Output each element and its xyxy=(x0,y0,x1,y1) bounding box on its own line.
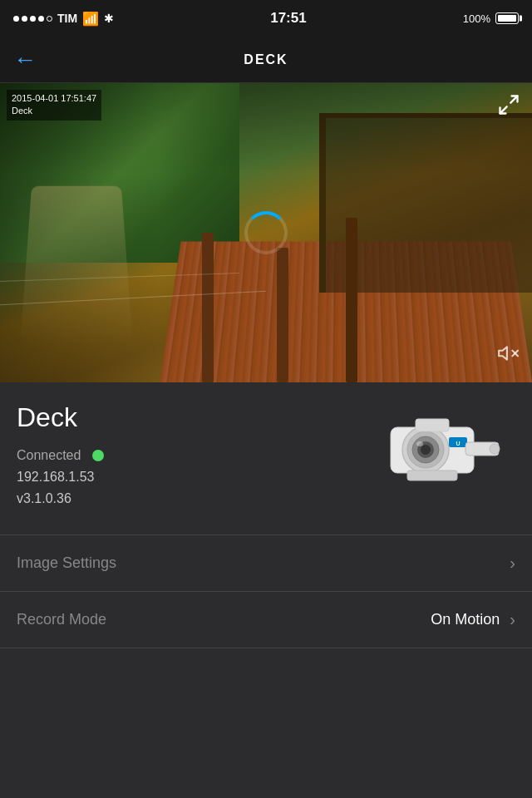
camera-details-left: Deck Connected 192.168.1.53 v3.1.0.36 xyxy=(17,402,366,513)
timestamp-overlay: 2015-04-01 17:51:47 Deck xyxy=(7,90,101,121)
status-left: TIM 📶 ✱ xyxy=(13,11,114,27)
record-mode-right: On Motion › xyxy=(431,610,515,629)
divider-3 xyxy=(0,648,532,648)
wifi-icon: 📶 xyxy=(82,11,99,27)
svg-rect-15 xyxy=(416,419,449,431)
image-settings-label: Image Settings xyxy=(17,554,116,572)
ip-address: 192.168.1.53 xyxy=(17,470,94,485)
record-mode-value: On Motion xyxy=(431,611,500,628)
post-3 xyxy=(346,218,357,382)
signal-dot-1 xyxy=(13,16,19,22)
nav-title: DECK xyxy=(244,52,288,67)
svg-point-14 xyxy=(490,444,500,454)
garden-path xyxy=(20,186,132,344)
spinner-circle xyxy=(244,211,288,254)
post-2 xyxy=(277,248,288,382)
timestamp-text: 2015-04-01 17:51:47 xyxy=(12,92,96,105)
signal-dot-5 xyxy=(47,16,52,22)
signal-dots xyxy=(13,16,52,22)
loading-spinner xyxy=(244,211,288,254)
carrier-label: TIM xyxy=(57,12,77,25)
battery-fill xyxy=(498,15,516,22)
status-right: 100% xyxy=(463,12,519,25)
bluetooth-icon: ✱ xyxy=(104,12,114,25)
connected-indicator xyxy=(92,450,104,461)
battery-icon xyxy=(495,12,519,24)
back-button[interactable]: ← xyxy=(13,48,37,71)
nav-bar: ← DECK xyxy=(0,37,532,83)
svg-line-0 xyxy=(510,96,517,103)
camera-name: Deck xyxy=(17,402,366,433)
camera-info-block: Deck Connected 192.168.1.53 v3.1.0.36 xyxy=(17,402,515,521)
signal-dot-3 xyxy=(30,16,36,22)
svg-rect-16 xyxy=(407,470,457,480)
svg-point-17 xyxy=(416,441,423,446)
camera-feed[interactable]: 2015-04-01 17:51:47 Deck xyxy=(0,83,532,382)
battery-body xyxy=(495,12,519,24)
record-mode-row[interactable]: Record Mode On Motion › xyxy=(0,592,532,648)
firmware-version: v3.1.0.36 xyxy=(17,491,71,506)
mute-button[interactable] xyxy=(497,342,519,369)
image-settings-right: › xyxy=(510,554,515,573)
info-section: Deck Connected 192.168.1.53 v3.1.0.36 xyxy=(0,382,532,534)
camera-svg: U xyxy=(366,402,507,494)
camera-graphic: U xyxy=(366,402,507,497)
status-label: Connected xyxy=(17,448,81,463)
svg-point-10 xyxy=(421,445,431,455)
signal-dot-4 xyxy=(38,16,44,22)
camera-location-overlay: Deck xyxy=(12,105,96,117)
status-bar: TIM 📶 ✱ 17:51 100% xyxy=(0,0,532,37)
post-1 xyxy=(202,233,214,382)
image-settings-chevron: › xyxy=(510,554,515,573)
record-mode-chevron: › xyxy=(510,610,515,629)
svg-text:U: U xyxy=(456,441,460,446)
expand-button[interactable] xyxy=(497,93,520,121)
status-row: Connected xyxy=(17,448,366,463)
svg-line-1 xyxy=(500,106,507,113)
record-mode-label: Record Mode xyxy=(17,611,106,628)
battery-percent: 100% xyxy=(463,12,490,25)
ip-row: 192.168.1.53 xyxy=(17,470,366,485)
svg-marker-2 xyxy=(499,347,507,359)
signal-dot-2 xyxy=(22,16,27,22)
firmware-row: v3.1.0.36 xyxy=(17,491,366,506)
image-settings-row[interactable]: Image Settings › xyxy=(0,535,532,591)
status-time: 17:51 xyxy=(270,10,306,27)
